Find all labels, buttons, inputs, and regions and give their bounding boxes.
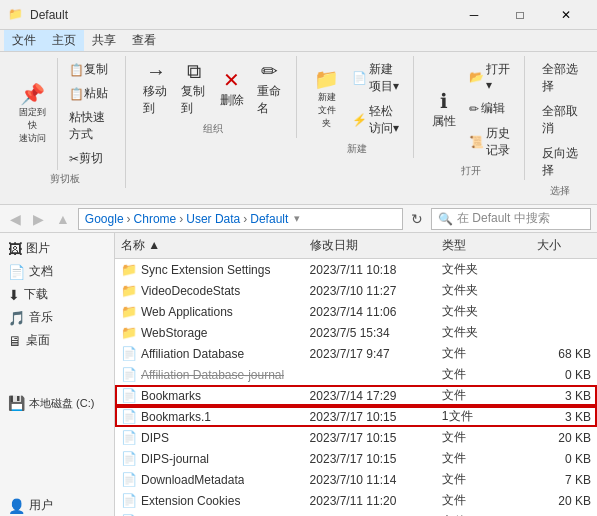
open-label: 打开▾ — [486, 61, 511, 92]
file-cell-date: 2023/7/11 10:18 — [304, 262, 436, 278]
file-cell-type: 文件夹 — [436, 281, 531, 300]
file-cell-size: 7 KB — [531, 472, 597, 488]
menu-item-file[interactable]: 文件 — [4, 30, 44, 51]
breadcrumb-default[interactable]: Default — [250, 212, 288, 226]
open-icon: 📂 — [469, 70, 484, 84]
delete-button[interactable]: ✕ 删除 — [214, 67, 250, 112]
table-row[interactable]: 📄 Extension Cookies-journal 2023/7/11 11… — [115, 511, 597, 516]
search-box[interactable]: 🔍 在 Default 中搜索 — [431, 208, 591, 230]
move-button[interactable]: → 移动到 — [138, 58, 174, 120]
col-header-name[interactable]: 名称 ▲ — [115, 235, 304, 256]
music-icon: 🎵 — [8, 310, 25, 326]
table-row[interactable]: 📄 Affiliation Database-journal 文件 0 KB — [115, 364, 597, 385]
file-cell-date: 2023/7/11 11:20 — [304, 493, 436, 509]
table-row[interactable]: 📄 Bookmarks.1 2023/7/17 10:15 1文件 3 KB — [115, 406, 597, 427]
menu-bar: 文件 主页 共享 查看 — [0, 30, 597, 52]
table-row[interactable]: 📁 Web Applications 2023/7/14 11:06 文件夹 — [115, 301, 597, 322]
paste-shortcut-button[interactable]: 粘快速方式 — [64, 106, 117, 146]
back-button[interactable]: ◀ — [6, 209, 25, 229]
sidebar-item-music[interactable]: 🎵 音乐 — [0, 306, 114, 329]
sidebar-label-local-disk: 本地磁盘 (C:) — [29, 396, 94, 411]
edit-button[interactable]: ✏ 编辑 — [464, 97, 516, 120]
move-icon: → — [146, 61, 166, 81]
table-row[interactable]: 📄 DownloadMetadata 2023/7/10 11:14 文件 7 … — [115, 469, 597, 490]
easy-access-button[interactable]: ⚡ 轻松访问▾ — [347, 100, 405, 140]
easy-access-label: 轻松访问▾ — [369, 103, 400, 137]
file-cell-size — [531, 269, 597, 271]
new-item-button[interactable]: 📄 新建项目▾ — [347, 58, 405, 98]
properties-label: 属性 — [432, 113, 456, 130]
table-row[interactable]: 📄 Affiliation Database 2023/7/17 9:47 文件… — [115, 343, 597, 364]
table-row[interactable]: 📁 WebStorage 2023/7/5 15:34 文件夹 — [115, 322, 597, 343]
sidebar-item-pictures[interactable]: 🖼 图片 — [0, 237, 114, 260]
sidebar-item-desktop[interactable]: 🖥 桌面 — [0, 329, 114, 352]
minimize-button[interactable]: ─ — [451, 0, 497, 30]
table-row[interactable]: 📄 Bookmarks 2023/7/14 17:29 文件 3 KB — [115, 385, 597, 406]
menu-item-view[interactable]: 查看 — [124, 30, 164, 51]
col-header-size[interactable]: 大小 — [531, 235, 597, 256]
breadcrumb-chrome[interactable]: Chrome — [134, 212, 177, 226]
table-row[interactable]: 📄 Extension Cookies 2023/7/11 11:20 文件 2… — [115, 490, 597, 511]
copy-button[interactable]: 📋 复制 — [64, 58, 117, 81]
select-all-button[interactable]: 全部选择 — [537, 58, 583, 98]
col-header-type[interactable]: 类型 — [436, 235, 531, 256]
file-name-text: WebStorage — [141, 326, 208, 340]
window-controls: ─ □ ✕ — [451, 0, 589, 30]
history-button[interactable]: 📜 历史记录 — [464, 122, 516, 162]
file-cell-date: 2023/7/17 10:15 — [304, 430, 436, 446]
sidebar-item-downloads[interactable]: ⬇ 下载 — [0, 283, 114, 306]
downloads-icon: ⬇ — [8, 287, 20, 303]
menu-item-share[interactable]: 共享 — [84, 30, 124, 51]
breadcrumb-sep-2: › — [179, 212, 183, 226]
folder-icon: 📁 — [121, 325, 137, 340]
ribbon-group-open: ℹ 属性 📂 打开▾ ✏ 编辑 📜 历史记录 打开 — [418, 56, 525, 180]
breadcrumb-google[interactable]: Google — [85, 212, 124, 226]
file-cell-size — [531, 332, 597, 334]
table-row[interactable]: 📄 DIPS-journal 2023/7/17 10:15 文件 0 KB — [115, 448, 597, 469]
file-cell-date: 2023/7/10 11:14 — [304, 472, 436, 488]
file-cell-type: 文件 — [436, 428, 531, 447]
new-buttons: 📁 新建文件夹 📄 新建项目▾ ⚡ 轻松访问▾ — [309, 58, 405, 140]
properties-icon: ℹ — [440, 91, 448, 111]
pin-button[interactable]: 📌 固定到快速访问 — [14, 81, 51, 148]
folder-icon: 📁 — [121, 262, 137, 277]
breadcrumb-sep-1: › — [127, 212, 131, 226]
breadcrumb-userdata[interactable]: User Data — [186, 212, 240, 226]
sidebar-item-users[interactable]: 👤 用户 — [0, 494, 114, 516]
pictures-icon: 🖼 — [8, 241, 22, 257]
table-row[interactable]: 📁 VideoDecodeStats 2023/7/10 11:27 文件夹 — [115, 280, 597, 301]
file-cell-name: 📄 DownloadMetadata — [115, 471, 304, 488]
ribbon-group-select: 全部选择 全部取消 反向选择 选择 — [529, 56, 591, 200]
col-header-date[interactable]: 修改日期 — [304, 235, 436, 256]
copy-to-button[interactable]: ⧉ 复制到 — [176, 58, 212, 120]
properties-button[interactable]: ℹ 属性 — [426, 88, 462, 133]
close-button[interactable]: ✕ — [543, 0, 589, 30]
file-area: 名称 ▲ 修改日期 类型 大小 📁 Sync Extension Setting… — [115, 233, 597, 516]
new-folder-button[interactable]: 📁 新建文件夹 — [309, 66, 345, 133]
menu-item-home[interactable]: 主页 — [44, 30, 84, 51]
forward-button[interactable]: ▶ — [29, 209, 48, 229]
copy-to-label: 复制到 — [181, 83, 207, 117]
paste-button[interactable]: 📋 粘贴 — [64, 82, 117, 105]
file-cell-date: 2023/7/14 11:06 — [304, 304, 436, 320]
file-cell-type: 文件夹 — [436, 260, 531, 279]
file-icon: 📄 — [121, 472, 137, 487]
file-cell-type: 文件夹 — [436, 323, 531, 342]
file-icon: 📄 — [121, 409, 137, 424]
invert-selection-button[interactable]: 反向选择 — [537, 142, 583, 182]
rename-button[interactable]: ✏ 重命名 — [252, 58, 288, 120]
table-row[interactable]: 📁 Sync Extension Settings 2023/7/11 10:1… — [115, 259, 597, 280]
cut-button[interactable]: ✂ 剪切 — [64, 147, 117, 170]
refresh-button[interactable]: ↻ — [407, 209, 427, 229]
file-cell-type: 文件 — [436, 512, 531, 516]
sidebar-item-local-disk[interactable]: 💾 本地磁盘 (C:) — [0, 392, 114, 414]
deselect-all-button[interactable]: 全部取消 — [537, 100, 583, 140]
open-label: 打开 — [461, 162, 481, 178]
breadcrumb[interactable]: Google › Chrome › User Data › Default ▾ — [78, 208, 403, 230]
up-button[interactable]: ▲ — [52, 209, 74, 229]
file-cell-type: 文件 — [436, 449, 531, 468]
maximize-button[interactable]: □ — [497, 0, 543, 30]
open-button[interactable]: 📂 打开▾ — [464, 58, 516, 95]
sidebar-item-documents[interactable]: 📄 文档 — [0, 260, 114, 283]
table-row[interactable]: 📄 DIPS 2023/7/17 10:15 文件 20 KB — [115, 427, 597, 448]
